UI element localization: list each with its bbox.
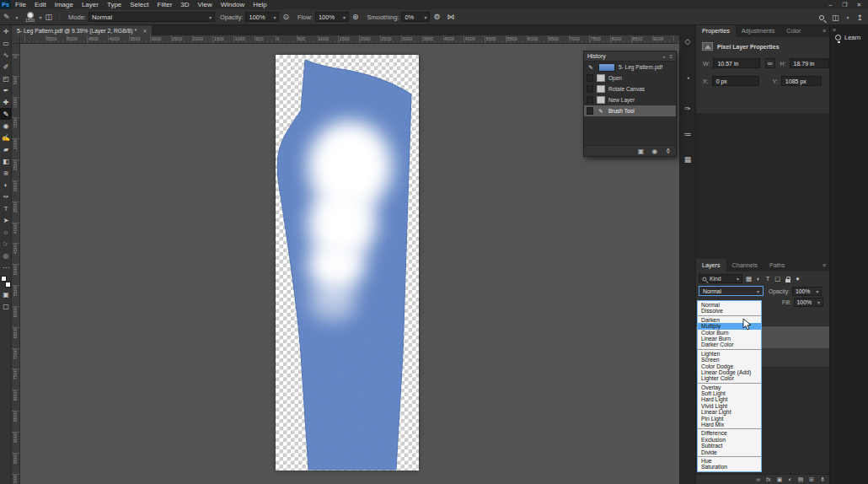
blend-option-subtract[interactable]: Subtract [698, 443, 761, 449]
blend-option-lighten[interactable]: Lighten [698, 351, 761, 357]
tool-preset-chevron-icon[interactable]: ▾ [16, 14, 19, 20]
tool-eraser[interactable]: ▰ [0, 143, 12, 155]
document-canvas[interactable] [276, 55, 419, 471]
toggle-brush-panel-icon[interactable]: ◫ [46, 13, 53, 21]
tool-type[interactable]: T [0, 202, 12, 214]
link-layers-icon[interactable]: ∞ [756, 476, 760, 482]
flow-input[interactable]: 100% ▾ [315, 12, 349, 22]
filter-shape-layers-icon[interactable]: ▢ [774, 275, 780, 282]
brush-picker-chevron-icon[interactable]: ▾ [40, 14, 42, 20]
expand-dock-icon[interactable]: » [833, 27, 836, 33]
set-source-checkbox[interactable] [587, 96, 593, 104]
menu-type[interactable]: Type [103, 0, 126, 9]
tool-move[interactable]: ✛ [0, 25, 12, 37]
tool-healing-brush[interactable]: ✚ [0, 96, 12, 108]
tool-hand[interactable]: ☞ [0, 238, 12, 250]
ruler-origin-corner[interactable] [12, 35, 20, 44]
fill-input[interactable]: 100% ▾ [794, 298, 823, 307]
panel-menu-icon[interactable]: ≡ [669, 54, 672, 59]
tab-properties[interactable]: Properties [696, 24, 736, 37]
vertical-ruler[interactable]: 0500100015002000250030003500400045005000… [12, 44, 20, 484]
menu-3d[interactable]: 3D [176, 0, 193, 9]
menu-select[interactable]: Select [126, 0, 153, 9]
layer-opacity-input[interactable]: 100% ▾ [792, 287, 822, 296]
menu-window[interactable]: Window [217, 0, 249, 9]
canvas-pasteboard[interactable] [20, 44, 679, 484]
set-source-checkbox[interactable] [587, 85, 593, 93]
blend-option-darker-color[interactable]: Darker Color [698, 341, 761, 347]
screen-mode-button[interactable]: ▢ [0, 300, 12, 312]
x-field[interactable]: 0 px [712, 76, 759, 86]
minimize-window-button[interactable]: – [823, 0, 838, 9]
new-layer-icon[interactable]: ⊞ [809, 476, 814, 483]
blend-option-linear-light[interactable]: Linear Light [698, 409, 761, 415]
set-source-checkbox[interactable] [587, 107, 593, 115]
menu-edit[interactable]: Edit [30, 0, 51, 9]
blend-option-linear-dodge--add-[interactable]: Linear Dodge (Add) [698, 369, 761, 375]
new-document-from-state-icon[interactable]: ▣ [638, 148, 645, 155]
blend-option-soft-light[interactable]: Soft Light [698, 390, 761, 396]
new-snapshot-camera-icon[interactable]: ◉ [651, 148, 657, 155]
brush-preset-picker[interactable]: 1500 [24, 12, 37, 23]
panel-menu-icon[interactable]: ≡ [822, 262, 826, 268]
blend-option-color-dodge[interactable]: Color Dodge [698, 363, 761, 369]
width-field[interactable]: 10.57 in [713, 58, 759, 68]
blend-option-normal[interactable]: Normal [698, 302, 761, 308]
set-source-checkbox[interactable] [587, 74, 593, 82]
history-state-open[interactable]: Open [584, 73, 676, 83]
airbrush-icon[interactable]: ⊛ [352, 13, 359, 21]
blend-option-linear-burn[interactable]: Linear Burn [698, 336, 761, 341]
blend-option-saturation[interactable]: Saturation [698, 464, 761, 470]
menu-filter[interactable]: Filter [153, 0, 177, 9]
delete-layer-icon[interactable]: ⚱ [820, 476, 825, 483]
layer-blend-mode-select[interactable]: Normal ▾ [699, 286, 764, 296]
tool-marquee[interactable]: ▭ [0, 37, 12, 49]
menu-view[interactable]: View [194, 0, 217, 9]
tool-path-selection[interactable]: ➤ [0, 214, 12, 226]
menu-image[interactable]: Image [51, 0, 78, 9]
menu-file[interactable]: File [11, 0, 30, 9]
tool-eyedropper[interactable]: ✒ [0, 84, 12, 96]
clone-source-panel-icon[interactable]: ◔ [679, 74, 696, 83]
tool-pen[interactable]: ✑ [0, 191, 12, 202]
blend-option-pin-light[interactable]: Pin Light [698, 416, 761, 422]
restore-window-button[interactable]: ❐ [838, 0, 852, 9]
history-snapshot-row[interactable]: ✎ 5- Leg Pattern.pdf [584, 62, 676, 73]
history-state-new-layer[interactable]: New Layer [584, 94, 676, 105]
3d-panel-icon[interactable]: ◇ [679, 37, 696, 46]
tool-brush[interactable]: ✎ [0, 108, 12, 120]
workspace-chevron-icon[interactable]: ▾ [846, 14, 849, 20]
tab-layers[interactable]: Layers [696, 259, 726, 272]
horizontal-ruler[interactable]: 5500500045004000350030002500200015001000… [20, 35, 679, 44]
close-tab-icon[interactable]: ✕ [142, 28, 147, 34]
y-field[interactable]: 1085 px [781, 76, 822, 86]
filter-toggle-icon[interactable]: ● [796, 275, 800, 282]
search-icon[interactable] [819, 15, 824, 20]
blend-option-divide[interactable]: Divide [698, 449, 761, 455]
tool-lasso[interactable]: ∿ [0, 49, 12, 61]
blend-option-hard-mix[interactable]: Hard Mix [698, 422, 761, 428]
workspace-switcher-icon[interactable]: ◫ [832, 13, 839, 22]
delete-state-trash-icon[interactable]: ⚱ [665, 148, 671, 155]
quick-mask-button[interactable]: ▣ [0, 288, 12, 300]
menu-help[interactable]: Help [249, 0, 271, 9]
foreground-color-swatch[interactable] [1, 276, 7, 282]
link-dimensions-icon[interactable]: ∞ [765, 58, 775, 68]
close-window-button[interactable]: ✕ [852, 0, 866, 9]
blend-option-hue[interactable]: Hue [698, 458, 761, 464]
adjustment-layer-icon[interactable]: ◐ [788, 476, 791, 482]
smoothing-gear-icon[interactable]: ⚙ [433, 13, 440, 21]
brush-settings-panel-icon[interactable]: ≔ [679, 130, 696, 138]
blend-option-screen[interactable]: Screen [698, 357, 761, 363]
new-group-icon[interactable]: ▤ [798, 476, 804, 483]
document-tab[interactable]: 5- Leg Pattern.pdf @ 9.39% (Layer 2, RGB… [12, 25, 152, 35]
background-color-swatch[interactable] [5, 282, 11, 288]
history-state-brush-tool[interactable]: ✎Brush Tool [584, 105, 676, 116]
opacity-input[interactable]: 100% ▾ [245, 12, 279, 22]
history-brush-source-icon[interactable]: ✎ [587, 64, 595, 71]
filter-type-layers-icon[interactable]: T [766, 275, 770, 282]
tool-quick-selection[interactable]: ✐ [0, 61, 12, 73]
filter-kind-select[interactable]: Kind ▾ [699, 274, 742, 283]
tool-gradient[interactable]: ◧ [0, 155, 12, 167]
pressure-opacity-icon[interactable]: ⊙ [282, 13, 289, 21]
